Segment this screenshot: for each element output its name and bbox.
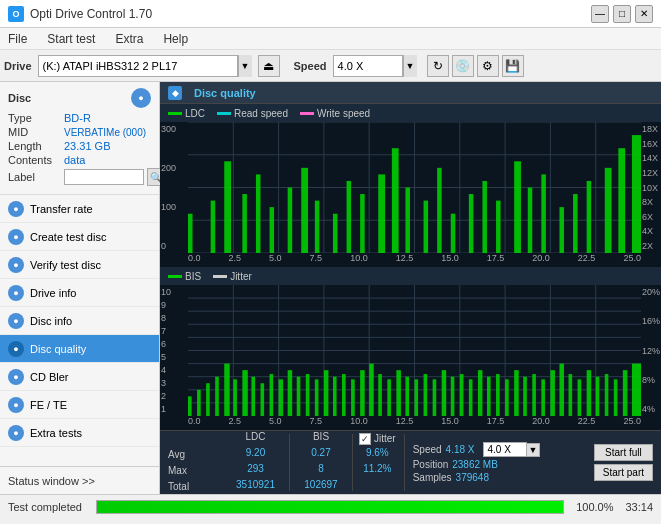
sidebar-item-drive-info[interactable]: ● Drive info xyxy=(0,279,159,307)
eject-button[interactable]: ⏏ xyxy=(258,55,280,77)
refresh-button[interactable]: ↻ xyxy=(427,55,449,77)
speed-arrow[interactable]: ▼ xyxy=(403,55,417,77)
svg-rect-103 xyxy=(559,364,564,416)
minimize-button[interactable]: — xyxy=(591,5,609,23)
svg-rect-78 xyxy=(333,377,337,416)
drive-select-arrow[interactable]: ▼ xyxy=(238,55,252,77)
disc-quality-label: Disc quality xyxy=(30,343,86,355)
x-100: 10.0 xyxy=(350,253,368,267)
menu-help[interactable]: Help xyxy=(159,30,192,48)
svg-rect-71 xyxy=(270,374,274,416)
svg-rect-98 xyxy=(514,370,519,416)
disc-type-row: Type BD-R xyxy=(8,112,151,124)
stats-row-labels: Avg Max Total xyxy=(168,431,218,495)
progress-bar-container xyxy=(96,500,564,514)
sidebar-item-create-test-disc[interactable]: ● Create test disc xyxy=(0,223,159,251)
bis-col-header: BIS xyxy=(296,431,346,447)
svg-rect-93 xyxy=(469,379,473,416)
disc-quality-icon: ● xyxy=(8,341,24,357)
svg-rect-22 xyxy=(315,201,320,253)
byr-4: 4% xyxy=(642,404,660,414)
by-4: 4 xyxy=(161,365,187,375)
drive-info-icon: ● xyxy=(8,285,24,301)
by-1: 1 xyxy=(161,404,187,414)
sidebar-item-disc-quality[interactable]: ● Disc quality xyxy=(0,335,159,363)
svg-rect-17 xyxy=(242,194,247,253)
total-label: Total xyxy=(168,479,218,495)
byr-20: 20% xyxy=(642,287,660,297)
bottom-chart: 10 9 8 7 6 5 4 3 2 1 20% 16% 12% 8% xyxy=(160,285,661,430)
settings-icon-btn[interactable]: ⚙ xyxy=(477,55,499,77)
top-yr-12x: 12X xyxy=(642,168,660,178)
svg-rect-108 xyxy=(605,374,609,416)
maximize-button[interactable]: □ xyxy=(613,5,631,23)
sidebar-item-verify-test-disc[interactable]: ● Verify test disc xyxy=(0,251,159,279)
bx-50: 5.0 xyxy=(269,416,282,430)
start-full-button[interactable]: Start full xyxy=(594,444,653,461)
svg-rect-14 xyxy=(188,214,193,253)
drive-select[interactable]: (K:) ATAPI iHBS312 2 PL17 xyxy=(38,55,238,77)
disc-label-input-group: 🔍 xyxy=(64,168,165,186)
svg-rect-16 xyxy=(224,161,231,253)
svg-rect-26 xyxy=(378,174,385,253)
top-chart-y-left: 300 200 100 0 xyxy=(160,122,188,253)
top-y-label-0: 0 xyxy=(161,241,187,251)
speed-value: 4.18 X xyxy=(446,444,475,455)
svg-rect-107 xyxy=(596,377,600,416)
svg-rect-88 xyxy=(424,374,428,416)
speed-dropdown-arrow[interactable]: ▼ xyxy=(527,443,541,457)
close-button[interactable]: ✕ xyxy=(635,5,653,23)
sidebar-item-extra-tests[interactable]: ● Extra tests xyxy=(0,419,159,447)
svg-rect-70 xyxy=(260,383,264,416)
menu-start-test[interactable]: Start test xyxy=(43,30,99,48)
read-speed-legend-color xyxy=(217,112,231,115)
x-225: 22.5 xyxy=(578,253,596,267)
toolbar-icons: ↻ 💿 ⚙ 💾 xyxy=(427,55,524,77)
by-8: 8 xyxy=(161,313,187,323)
svg-rect-24 xyxy=(347,181,352,253)
start-part-button[interactable]: Start part xyxy=(594,464,653,481)
sidebar-item-transfer-rate[interactable]: ● Transfer rate xyxy=(0,195,159,223)
svg-rect-82 xyxy=(369,364,374,416)
save-button[interactable]: 💾 xyxy=(502,55,524,77)
jitter-max: 11.2% xyxy=(359,463,396,479)
bottom-y-right: 20% 16% 12% 8% 4% xyxy=(641,285,661,416)
disc-label-label: Label xyxy=(8,171,60,183)
svg-rect-85 xyxy=(396,370,401,416)
svg-rect-34 xyxy=(496,201,501,253)
svg-rect-27 xyxy=(392,148,399,253)
bottom-y-left: 10 9 8 7 6 5 4 3 2 1 xyxy=(160,285,188,416)
sidebar-item-fe-te[interactable]: ● FE / TE xyxy=(0,391,159,419)
by-7: 7 xyxy=(161,326,187,336)
disc-info-icon: ● xyxy=(8,313,24,329)
disc-label-field[interactable] xyxy=(64,169,144,185)
svg-rect-106 xyxy=(587,370,592,416)
svg-rect-35 xyxy=(514,161,521,253)
top-yr-8x: 8X xyxy=(642,197,660,207)
svg-rect-40 xyxy=(587,181,592,253)
menu-extra[interactable]: Extra xyxy=(111,30,147,48)
jitter-legend-color xyxy=(213,275,227,278)
disc-length-label: Length xyxy=(8,140,60,152)
x-200: 20.0 xyxy=(532,253,550,267)
svg-rect-79 xyxy=(342,374,346,416)
menu-file[interactable]: File xyxy=(4,30,31,48)
jitter-avg: 9.6% xyxy=(359,447,396,463)
ldc-avg: 9.20 xyxy=(228,447,283,463)
speed-dropdown[interactable]: 4.0 X xyxy=(483,442,527,457)
main-layout: Disc ● Type BD-R MID VERBATIMe (000) Len… xyxy=(0,82,661,494)
sidebar-item-disc-info[interactable]: ● Disc info xyxy=(0,307,159,335)
status-window[interactable]: Status window >> xyxy=(0,466,159,494)
sidebar-item-cd-bler[interactable]: ● CD Bler xyxy=(0,363,159,391)
bis-legend-color xyxy=(168,275,182,278)
jitter-checkbox[interactable]: ✓ xyxy=(359,433,371,445)
svg-rect-92 xyxy=(460,374,464,416)
top-y-label-200: 200 xyxy=(161,163,187,173)
svg-rect-100 xyxy=(532,374,536,416)
position-value: 23862 MB xyxy=(452,459,498,470)
progress-percent: 100.0% xyxy=(576,501,613,513)
disc-icon-btn[interactable]: 💿 xyxy=(452,55,474,77)
speed-select[interactable]: 4.0 X xyxy=(333,55,403,77)
samples-value: 379648 xyxy=(456,472,489,483)
top-chart-section: LDC Read speed Write speed xyxy=(160,104,661,267)
